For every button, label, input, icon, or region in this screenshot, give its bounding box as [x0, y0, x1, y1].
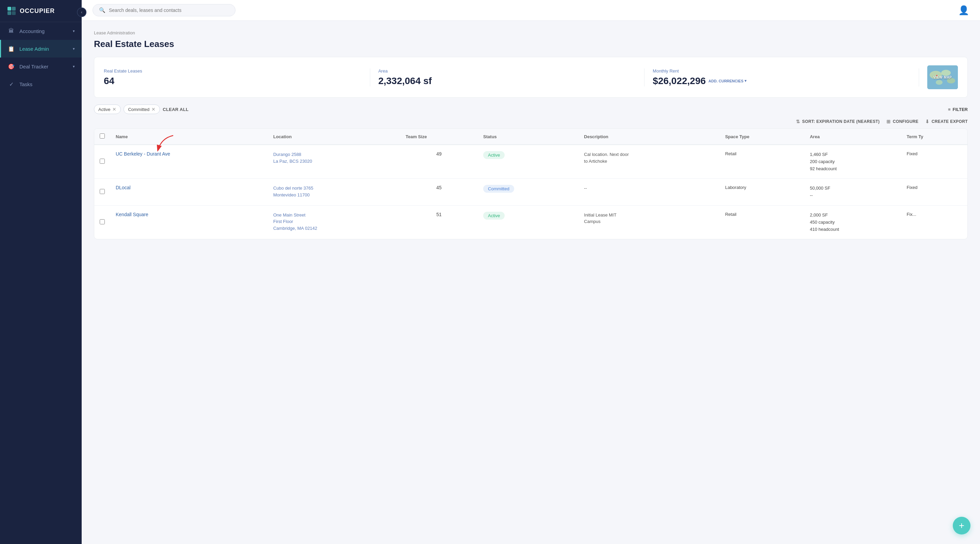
row-space-type-cell: Retail: [720, 205, 804, 239]
svg-point-6: [941, 70, 951, 76]
sort-label: SORT: EXPIRATION DATE (NEAREST): [802, 119, 880, 124]
lease-location: One Main StreetFirst FloorCambridge, MA …: [273, 212, 395, 232]
create-export-button[interactable]: ⬇ CREATE EXPORT: [925, 119, 968, 124]
sidebar-item-accounting[interactable]: 🏛 Accounting ▾: [0, 22, 82, 40]
col-name: Name: [110, 129, 268, 145]
row-name-cell: Kendall Square: [110, 205, 268, 239]
filter-row: Active ✕ Committed ✕ CLEAR ALL ≡ FILTER: [94, 105, 968, 114]
leases-value: 64: [104, 76, 362, 86]
committed-tag-label: Committed: [128, 107, 150, 112]
search-bar[interactable]: 🔍: [92, 4, 235, 16]
lease-name-link[interactable]: Kendall Square: [116, 212, 148, 217]
status-badge: Committed: [483, 185, 514, 193]
row-team-cell: 49: [400, 145, 478, 179]
tasks-icon: ✓: [8, 81, 14, 88]
leases-label: Real Estate Leases: [104, 69, 362, 73]
row-checkbox[interactable]: [100, 219, 105, 224]
row-term-type-cell: Fixed: [901, 179, 968, 206]
user-avatar-icon[interactable]: 👤: [958, 5, 969, 16]
filter-tags: Active ✕ Committed ✕ CLEAR ALL: [94, 105, 189, 114]
topbar: 🔍 👤: [82, 0, 980, 21]
accounting-chevron-icon: ▾: [73, 29, 75, 34]
active-tag-close-icon[interactable]: ✕: [112, 107, 116, 112]
clear-all-button[interactable]: CLEAR ALL: [163, 107, 189, 112]
configure-label: CONFIGURE: [893, 119, 919, 124]
table-row: Kendall Square One Main StreetFirst Floo…: [94, 205, 967, 239]
svg-rect-3: [12, 11, 16, 15]
filter-button[interactable]: ≡ FILTER: [948, 107, 968, 112]
row-area-cell: 2,000 SF450 capacity410 headcount: [804, 205, 901, 239]
status-badge: Active: [483, 151, 504, 159]
lease-name-link[interactable]: UC Berkeley - Durant Ave: [116, 151, 170, 156]
sidebar-item-deal-tracker[interactable]: 🎯 Deal Tracker ▾: [0, 57, 82, 75]
stat-monthly-rent: Monthly Rent $26,022,296 ADD. CURRENCIES…: [644, 69, 919, 86]
row-term-type-cell: Fix...: [901, 205, 968, 239]
page-content: Lease Administration Real Estate Leases …: [82, 21, 980, 544]
row-checkbox-cell: [94, 205, 110, 239]
view-map-label[interactable]: VIEW MAP: [933, 76, 952, 79]
add-currencies-button[interactable]: ADD. CURRENCIES ▾: [708, 79, 746, 83]
sidebar-item-lease-admin[interactable]: 📋 Lease Admin ▾: [0, 40, 82, 57]
stat-leases: Real Estate Leases 64: [104, 69, 370, 86]
row-team-cell: 45: [400, 179, 478, 206]
lease-admin-icon: 📋: [8, 45, 14, 52]
sidebar: OCCUPIER ‹ 🏛 Accounting ▾ 📋 Lease Admin …: [0, 0, 82, 544]
export-label: CREATE EXPORT: [932, 119, 968, 124]
deal-tracker-chevron-icon: ▾: [73, 64, 75, 69]
active-filter-tag[interactable]: Active ✕: [94, 105, 121, 114]
area-value: 2,332,064 sf: [379, 76, 636, 86]
active-tag-label: Active: [98, 107, 110, 112]
configure-button[interactable]: ⊞ CONFIGURE: [886, 119, 918, 124]
sort-button[interactable]: ⇅ SORT: EXPIRATION DATE (NEAREST): [796, 119, 880, 124]
lease-location: Durango 2588La Paz, BCS 23020: [273, 151, 395, 164]
row-location-cell: Durango 2588La Paz, BCS 23020: [268, 145, 400, 179]
row-location-cell: One Main StreetFirst FloorCambridge, MA …: [268, 205, 400, 239]
lease-name-link[interactable]: DLocal: [116, 185, 130, 190]
row-term-type-cell: Fixed: [901, 145, 968, 179]
row-name-cell: UC Berkeley - Durant Ave: [110, 145, 268, 179]
sidebar-item-tasks[interactable]: ✓ Tasks: [0, 75, 82, 93]
row-checkbox[interactable]: [100, 189, 105, 194]
deal-tracker-icon: 🎯: [8, 63, 14, 70]
fab-button[interactable]: +: [953, 517, 970, 534]
filter-icon: ≡: [948, 107, 951, 112]
leases-table: Name Location Team Size Status Descripti…: [94, 129, 967, 239]
row-status-cell: Active: [478, 145, 579, 179]
col-description: Description: [579, 129, 720, 145]
col-area: Area: [804, 129, 901, 145]
lease-admin-label: Lease Admin: [19, 46, 68, 52]
breadcrumb: Lease Administration: [94, 30, 968, 35]
sidebar-collapse-button[interactable]: ‹: [77, 8, 86, 17]
row-team-cell: 51: [400, 205, 478, 239]
lease-description: Cal location. Next door to Artichoke: [584, 151, 632, 164]
table-header-row: Name Location Team Size Status Descripti…: [94, 129, 967, 145]
monthly-rent-label: Monthly Rent: [653, 69, 911, 73]
occupier-logo-icon: [7, 6, 16, 16]
row-description-cell: Initial Lease MIT Campus: [579, 205, 720, 239]
lease-description: --: [584, 185, 632, 191]
row-area-cell: 50,000 SF--: [804, 179, 901, 206]
committed-tag-close-icon[interactable]: ✕: [151, 107, 156, 112]
row-checkbox-cell: [94, 179, 110, 206]
search-input[interactable]: [109, 8, 229, 13]
table-toolbar: ⇅ SORT: EXPIRATION DATE (NEAREST) ⊞ CONF…: [94, 119, 968, 124]
sidebar-logo: OCCUPIER: [0, 0, 82, 22]
committed-filter-tag[interactable]: Committed ✕: [124, 105, 160, 114]
row-space-type-cell: Laboratory: [720, 179, 804, 206]
add-currencies-label: ADD. CURRENCIES: [708, 79, 743, 83]
accounting-label: Accounting: [19, 28, 68, 34]
row-status-cell: Committed: [478, 179, 579, 206]
area-label: Area: [379, 69, 636, 73]
select-all-checkbox[interactable]: [100, 134, 105, 139]
deal-tracker-label: Deal Tracker: [19, 64, 68, 69]
row-location-cell: Cubo del norte 3765Montevideo 11700: [268, 179, 400, 206]
view-map-button[interactable]: VIEW MAP: [927, 65, 958, 89]
filter-label: FILTER: [953, 107, 968, 112]
sort-icon: ⇅: [796, 119, 800, 124]
row-checkbox[interactable]: [100, 159, 105, 164]
table-row: DLocal Cubo del norte 3765Montevideo 117…: [94, 179, 967, 206]
col-team-size: Team Size: [400, 129, 478, 145]
accounting-icon: 🏛: [8, 27, 14, 34]
col-status: Status: [478, 129, 579, 145]
app-name: OCCUPIER: [20, 8, 55, 14]
